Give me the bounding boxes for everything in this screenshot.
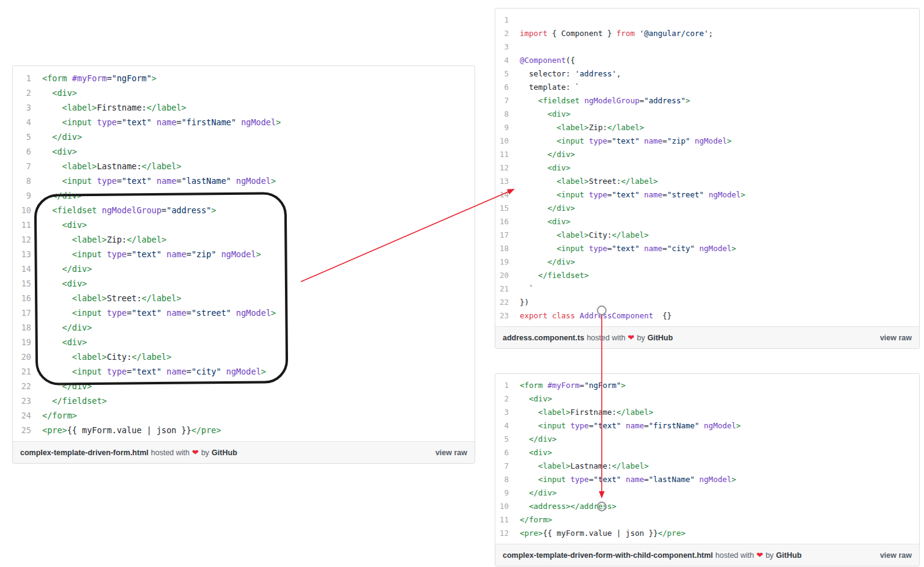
line-content: <div> [31, 86, 281, 100]
code-line: 22 </div> [13, 379, 281, 393]
code-line: 3 <label>Firstname:</label> [13, 100, 281, 115]
line-number: 16 [495, 215, 509, 229]
line-content: <label>Firstname:</label> [509, 406, 741, 419]
line-number: 7 [495, 94, 509, 108]
gist-filename-link[interactable]: complex-template-driven-form-with-child-… [503, 551, 713, 560]
code-line: 19 <div> [13, 335, 281, 349]
view-raw-link[interactable]: view raw [880, 551, 912, 560]
line-content: <div> [509, 446, 741, 459]
line-number: 12 [13, 232, 31, 247]
github-link[interactable]: GitHub [212, 448, 237, 457]
line-content: <input type="text" name="city" ngModel> [509, 242, 745, 255]
line-content: <label>Zip:</label> [31, 232, 281, 247]
github-link[interactable]: GitHub [648, 334, 673, 342]
gist-meta: address.component.ts hosted with ❤ by Gi… [503, 333, 673, 342]
code-line: 24</form> [13, 408, 281, 423]
code-line: 2import { Component } from '@angular/cor… [495, 27, 745, 40]
code-line: 8 <div> [495, 108, 745, 121]
github-link[interactable]: GitHub [776, 551, 802, 560]
code-line: 6 <div> [13, 144, 281, 159]
code-line: 12<pre>{{ myForm.value | json }}</pre> [495, 527, 741, 540]
code-line: 4 <input type="text" name="firstName" ng… [13, 115, 281, 130]
code-line: 15 </div> [495, 202, 745, 215]
line-content: <fieldset ngModelGroup="address"> [31, 203, 281, 218]
code-block: 12import { Component } from '@angular/co… [495, 9, 919, 326]
line-number: 3 [13, 100, 31, 115]
by-text: by [637, 334, 645, 342]
line-content: </div> [509, 148, 745, 161]
line-number: 10 [495, 500, 509, 513]
line-number: 22 [495, 296, 509, 309]
line-number: 20 [13, 349, 31, 364]
line-content: <form #myForm="ngForm"> [31, 71, 281, 86]
code-line: 1<form #myForm="ngForm"> [13, 71, 281, 86]
code-line: 17 <input type="text" name="street" ngMo… [13, 305, 281, 320]
code-line: 19 </div> [495, 255, 745, 269]
view-raw-link[interactable]: view raw [435, 448, 467, 457]
code-line: 11 <div> [13, 218, 281, 232]
line-number: 2 [13, 86, 31, 100]
code-line: 20 </fieldset> [495, 269, 745, 282]
line-number: 6 [495, 446, 509, 459]
line-content: <pre>{{ myForm.value | json }}</pre> [509, 527, 741, 540]
by-text: by [766, 551, 774, 560]
code-line: 23 </fieldset> [13, 393, 281, 408]
line-content: </form> [31, 408, 281, 423]
line-number: 18 [495, 242, 509, 255]
gist-footer: address.component.ts hosted with ❤ by Gi… [495, 326, 919, 348]
line-number: 13 [495, 175, 509, 188]
line-number: 14 [13, 262, 31, 276]
code-table: 12import { Component } from '@angular/co… [495, 13, 745, 323]
line-number: 14 [495, 188, 509, 202]
line-content: <label>Street:</label> [509, 175, 745, 188]
line-number: 16 [13, 291, 31, 305]
code-line: 11 </div> [495, 148, 745, 161]
gist-meta: complex-template-driven-form-with-child-… [503, 551, 802, 560]
line-content: </fieldset> [509, 269, 745, 282]
line-number: 8 [495, 108, 509, 121]
line-content: <label>Lastname:</label> [509, 459, 741, 473]
line-content: @Component({ [509, 54, 745, 67]
line-number: 1 [495, 13, 509, 27]
gist-meta: complex-template-driven-form.html hosted… [20, 448, 237, 457]
code-line: 18 </div> [13, 320, 281, 335]
line-number: 4 [13, 115, 31, 130]
line-content: <input type="text" name="zip" ngModel> [31, 247, 281, 262]
code-line: 14 </div> [13, 262, 281, 276]
hosted-with-text: hosted with [151, 448, 190, 457]
line-number: 22 [13, 379, 31, 393]
line-content: <label>City:</label> [509, 229, 745, 242]
code-table: 1<form #myForm="ngForm">2 <div>3 <label>… [13, 71, 281, 437]
code-line: 1<form #myForm="ngForm"> [495, 379, 741, 392]
line-content: <div> [509, 108, 745, 121]
code-line: 4 <input type="text" name="firstName" ng… [495, 419, 741, 433]
line-content: </div> [31, 379, 281, 393]
line-content: <input type="text" name="firstName" ngMo… [31, 115, 281, 130]
code-line: 22}) [495, 296, 745, 309]
code-line: 10 <fieldset ngModelGroup="address"> [13, 203, 281, 218]
line-content: <form #myForm="ngForm"> [509, 379, 741, 392]
line-content: <label>Zip:</label> [509, 121, 745, 134]
line-content: <input type="text" name="firstName" ngMo… [509, 419, 741, 433]
code-line: 9 </div> [495, 486, 741, 500]
code-line: 21 <input type="text" name="city" ngMode… [13, 364, 281, 379]
hosted-with-text: hosted with [715, 551, 754, 560]
code-line: 8 <input type="text" name="lastName" ngM… [13, 174, 281, 188]
line-number: 5 [495, 433, 509, 446]
code-line: 6 <div> [495, 446, 741, 459]
code-line: 5 </div> [495, 433, 741, 446]
view-raw-link[interactable]: view raw [880, 334, 912, 342]
line-content: </div> [509, 255, 745, 269]
line-number: 4 [495, 54, 509, 67]
code-block: 1<form #myForm="ngForm">2 <div>3 <label>… [495, 374, 919, 544]
line-number: 19 [495, 255, 509, 269]
line-number: 13 [13, 247, 31, 262]
gist-filename-link[interactable]: address.component.ts [503, 334, 584, 342]
line-content: export class AddressComponent {} [509, 309, 745, 323]
code-line: 10 <input type="text" name="zip" ngModel… [495, 134, 745, 148]
line-content: </div> [509, 486, 741, 500]
line-number: 12 [495, 527, 509, 540]
gist-filename-link[interactable]: complex-template-driven-form.html [20, 448, 149, 457]
code-line: 11</form> [495, 513, 741, 527]
code-line: 15 <div> [13, 276, 281, 291]
